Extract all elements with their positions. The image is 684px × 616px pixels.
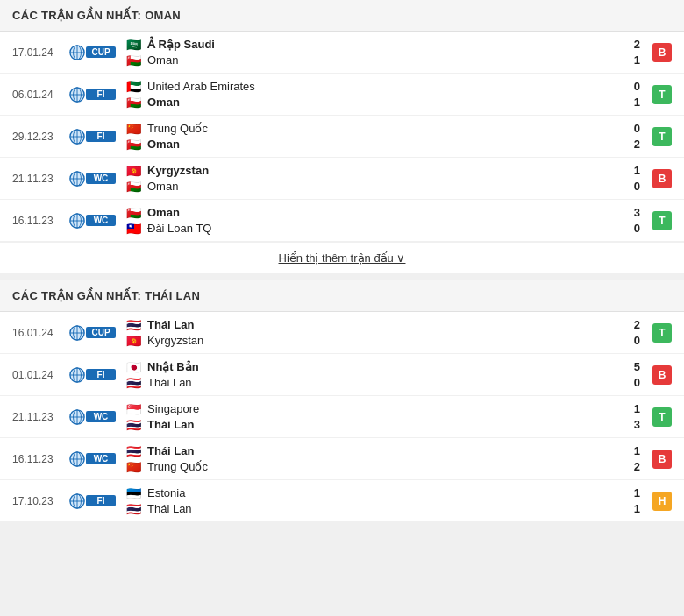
match-score: 1 [626,402,640,415]
team-line: 🇴🇲Oman [125,206,616,219]
globe-icon [68,368,86,382]
team-name: Kyrgyzstan [147,164,209,177]
globe-icon [68,494,86,508]
match-date: 29.12.23 [12,131,68,143]
section-header-thailand: CÁC TRẬN GẦN NHẤT: THÁI LAN [0,280,684,312]
globe-icon [68,410,86,424]
team-line: 🇨🇳Trung Quốc [125,460,616,473]
match-score: 3 [626,206,640,219]
competition-badge: WC [86,215,116,226]
teams-block: 🇸🇦Ả Rập Saudi🇴🇲Oman [125,38,616,67]
team-flag: 🇴🇲 [125,54,142,67]
team-line: 🇴🇲Oman [125,53,616,67]
match-score: 2 [626,38,640,51]
team-name: United Arab Emirates [147,80,255,93]
competition-badge: WC [86,453,116,464]
team-name: Oman [147,96,180,109]
team-flag: 🇸🇬 [125,403,142,415]
team-flag: 🇹🇼 [125,223,142,235]
match-row: 16.11.23 WC🇹🇭Thái Lan🇨🇳Trung Quốc12B [0,438,684,480]
result-badge: B [652,43,672,62]
match-score: 0 [626,180,640,193]
competition-badge: FI [86,89,116,100]
scores-block: 20 [623,318,640,347]
team-name: Oman [147,53,178,67]
team-flag: 🇸🇦 [125,39,142,51]
team-line: 🇹🇭Thái Lan [125,376,616,389]
result-badge: B [652,365,672,385]
match-row: 06.01.24 FI🇦🇪United Arab Emirates🇴🇲Oman0… [0,74,684,116]
match-score: 1 [626,486,640,499]
match-score: 0 [626,222,640,235]
match-date: 17.01.24 [12,46,68,59]
team-name: Trung Quốc [147,460,208,473]
teams-block: 🇨🇳Trung Quốc🇴🇲Oman [125,122,616,151]
teams-block: 🇹🇭Thái Lan🇰🇬Kyrgyzstan [125,318,616,347]
team-name: Oman [147,180,178,193]
competition-badge: FI [86,495,116,506]
section-header-oman: CÁC TRẬN GẦN NHẤT: OMAN [0,0,684,32]
result-badge: H [652,492,672,511]
team-name: Nhật Bản [147,360,199,373]
scores-block: 21 [623,38,640,67]
team-line: 🇴🇲Oman [125,180,616,193]
scores-block: 01 [623,80,640,109]
match-score: 0 [626,334,640,347]
team-name: Thái Lan [147,502,192,515]
team-line: 🇹🇭Thái Lan [125,418,616,431]
team-name: Singapore [147,402,199,415]
team-flag: 🇴🇲 [125,96,142,109]
show-more-button[interactable]: Hiển thị thêm trận đấu ∨ [0,242,684,273]
section-thailand: CÁC TRẬN GẦN NHẤT: THÁI LAN16.01.24 CUP🇹… [0,280,684,521]
match-date: 01.01.24 [12,369,68,381]
team-name: Trung Quốc [147,122,208,135]
result-badge: T [652,211,672,230]
team-line: 🇰🇬Kyrgyzstan [125,164,616,177]
team-flag: 🇯🇵 [125,361,142,373]
match-score: 2 [626,460,640,473]
competition-badge: WC [86,411,116,422]
competition-badge: CUP [86,327,116,338]
result-badge: T [652,407,672,427]
match-row: 01.01.24 FI🇯🇵Nhật Bản🇹🇭Thái Lan50B [0,354,684,396]
teams-block: 🇰🇬Kyrgyzstan🇴🇲Oman [125,164,616,193]
teams-block: 🇦🇪United Arab Emirates🇴🇲Oman [125,80,616,109]
match-score: 2 [626,318,640,331]
team-line: 🇹🇼Đài Loan TQ [125,222,616,235]
globe-icon [68,326,86,340]
match-row: 29.12.23 FI🇨🇳Trung Quốc🇴🇲Oman02T [0,116,684,158]
match-score: 3 [626,418,640,431]
match-row: 16.01.24 CUP🇹🇭Thái Lan🇰🇬Kyrgyzstan20T [0,312,684,354]
scores-block: 11 [623,486,640,515]
match-row: 21.11.23 WC🇸🇬Singapore🇹🇭Thái Lan13T [0,396,684,438]
globe-icon [68,452,86,466]
match-score: 1 [626,96,640,109]
team-name: Ả Rập Saudi [147,38,215,51]
globe-icon [68,172,86,186]
result-badge: T [652,323,672,343]
team-line: 🇴🇲Oman [125,96,616,109]
team-line: 🇨🇳Trung Quốc [125,122,616,135]
team-line: 🇸🇦Ả Rập Saudi [125,38,616,51]
team-flag: 🇴🇲 [125,207,142,219]
team-line: 🇯🇵Nhật Bản [125,360,616,373]
team-line: 🇹🇭Thái Lan [125,318,616,331]
match-score: 1 [626,53,640,67]
scores-block: 13 [623,402,640,431]
match-date: 21.11.23 [12,173,68,185]
show-more-link[interactable]: Hiển thị thêm trận đấu ∨ [279,251,406,265]
match-date: 16.11.23 [12,215,68,227]
team-name: Thái Lan [147,444,194,457]
competition-badge: WC [86,173,116,184]
scores-block: 30 [623,206,640,235]
globe-icon [68,130,86,144]
team-line: 🇪🇪Estonia [125,486,616,499]
teams-block: 🇴🇲Oman🇹🇼Đài Loan TQ [125,206,616,235]
team-flag: 🇰🇬 [125,335,142,347]
team-name: Đài Loan TQ [147,222,211,235]
result-badge: B [652,169,672,188]
match-score: 1 [626,444,640,457]
team-flag: 🇹🇭 [125,419,142,431]
match-row: 16.11.23 WC🇴🇲Oman🇹🇼Đài Loan TQ30T [0,200,684,242]
team-name: Estonia [147,486,185,499]
